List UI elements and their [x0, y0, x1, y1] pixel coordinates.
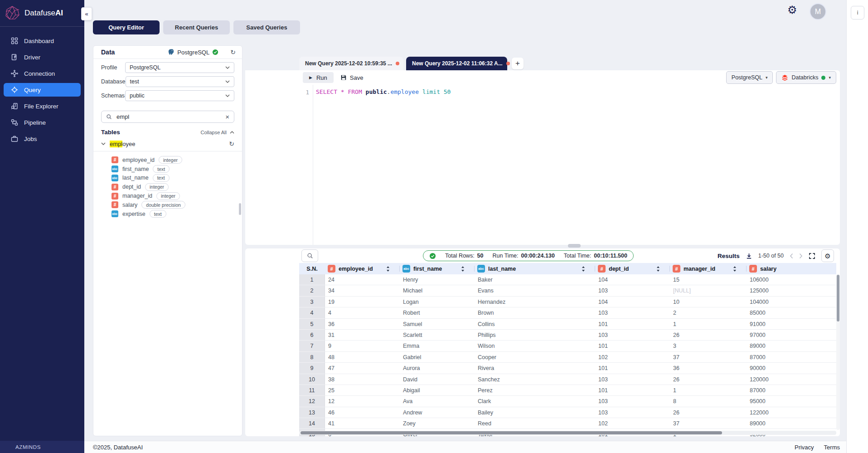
cell-manager-id: 26: [670, 330, 747, 341]
table-row[interactable]: 10 38 David Sanchez 103 26 120000: [299, 374, 836, 385]
database-select[interactable]: test: [126, 76, 234, 87]
sort-icon[interactable]: [656, 266, 660, 272]
column-header-cell[interactable]: # employee_id: [325, 263, 400, 274]
table-row[interactable]: 4 4 Robert Brown 103 2 85000: [299, 307, 836, 318]
dialect-select[interactable]: PostgreSQL ▾: [726, 71, 773, 84]
vertical-scrollbar-thumb[interactable]: [837, 275, 839, 321]
engine-select[interactable]: Databricks ▾: [776, 71, 836, 84]
table-employee[interactable]: employee ↻: [93, 140, 242, 151]
table-column-row[interactable]: abc first_name text: [112, 165, 242, 174]
sort-icon[interactable]: [461, 266, 465, 272]
column-header-cell[interactable]: abc first_name: [400, 263, 475, 274]
search-input[interactable]: [116, 113, 222, 121]
cell-first-name: David: [400, 374, 475, 385]
sql-editor[interactable]: 1 SELECT * FROM public.employee limit 50: [245, 85, 840, 245]
cell-last-name: Wilson: [475, 341, 595, 351]
table-row[interactable]: 13 46 Andrew Bailey 103 26 122000: [299, 407, 836, 418]
add-query-tab-button[interactable]: +: [512, 58, 524, 69]
table-row[interactable]: 1 24 Henry Baker 104 15 106000: [299, 274, 836, 285]
sidebar-item-file-explorer[interactable]: File Explorer: [4, 99, 81, 113]
info-button[interactable]: i: [851, 6, 864, 19]
table-row[interactable]: 14 41 Zoey Reed 102 37 89000: [299, 418, 836, 429]
chevron-down-icon: [225, 66, 230, 69]
tab-saved-queries[interactable]: Saved Queries: [233, 20, 300, 34]
table-row[interactable]: 5 36 Samuel Collins 101 1 91000: [299, 319, 836, 330]
sidebar-item-driver[interactable]: Driver: [4, 50, 81, 64]
logo-row: DatafuseAI: [0, 0, 84, 27]
panel-resize-handle[interactable]: [568, 244, 581, 248]
column-header-cell[interactable]: # salary: [747, 263, 836, 274]
next-page-icon[interactable]: [799, 253, 803, 259]
view-tabs: Query Editor Recent Queries Saved Querie…: [93, 20, 300, 34]
table-column-row[interactable]: abc last_name text: [112, 174, 242, 183]
cell-last-name: Phillips: [475, 330, 595, 341]
table-column-row[interactable]: # employee_id integer: [112, 156, 242, 165]
query-tab-1[interactable]: New Query 2025-12-02 10:59:35 ...: [299, 57, 403, 70]
sidebar-item-label: File Explorer: [24, 103, 58, 110]
tab-query-editor[interactable]: Query Editor: [93, 20, 160, 34]
query-tab-label: New Query 2025-12-02 11:06:32 A...: [412, 60, 503, 67]
table-column-row[interactable]: # salary double precision: [112, 200, 242, 209]
cell-last-name: Rivera: [475, 363, 595, 374]
save-button[interactable]: Save: [340, 74, 364, 81]
table-row[interactable]: 7 9 Emma Wilson 101 3 89000: [299, 341, 836, 351]
sort-icon[interactable]: [386, 266, 390, 272]
column-header-cell[interactable]: # manager_id: [670, 263, 747, 274]
sidebar-item-jobs[interactable]: Jobs: [4, 132, 81, 146]
horizontal-scrollbar-thumb[interactable]: [301, 431, 722, 434]
schemas-label: Schemas: [101, 93, 125, 99]
table-row[interactable]: 9 47 Aurora Rivera 101 36 90000: [299, 363, 836, 374]
sidebar-item-dashboard[interactable]: Dashboard: [4, 34, 81, 48]
clear-search-icon[interactable]: ×: [225, 113, 229, 120]
results-settings-button[interactable]: ⚙: [821, 249, 834, 262]
row-number-cell: 13: [299, 407, 325, 418]
table-row[interactable]: 8 48 Gabriel Cooper 102 37 87000: [299, 352, 836, 363]
table-row[interactable]: 3 19 Logan Hernandez 104 10 104000: [299, 297, 836, 307]
table-row[interactable]: 2 34 Michael Evans 103 [NULL] 125000: [299, 285, 836, 296]
run-button[interactable]: ▶ Run: [303, 72, 334, 83]
download-icon[interactable]: [746, 253, 752, 259]
cell-employee-id: 34: [325, 285, 400, 296]
prev-page-icon[interactable]: [790, 253, 793, 259]
table-column-row[interactable]: # manager_id integer: [112, 191, 242, 200]
privacy-link[interactable]: Privacy: [795, 444, 814, 451]
refresh-icon[interactable]: ↻: [230, 49, 236, 56]
results-search-button[interactable]: [301, 249, 318, 262]
success-check-icon: [429, 253, 436, 259]
fullscreen-icon[interactable]: [809, 253, 815, 259]
footer-links: Privacy Terms: [795, 444, 840, 451]
sort-icon[interactable]: [733, 266, 737, 272]
column-header-cell[interactable]: # dept_id: [595, 263, 670, 274]
run-time-stat: Run Time:00:00:24.130: [493, 253, 555, 259]
table-column-row[interactable]: # dept_id integer: [112, 182, 242, 191]
column-name: expertise: [122, 211, 145, 217]
sort-icon[interactable]: [582, 266, 585, 272]
tab-recent-queries[interactable]: Recent Queries: [163, 20, 230, 34]
table-column-row[interactable]: abc expertise text: [112, 209, 242, 219]
table-row[interactable]: 6 31 Scarlett Phillips 103 26 97000: [299, 330, 836, 341]
table-row[interactable]: 11 25 Abigail Perez 101 1 87000: [299, 385, 836, 396]
cell-dept-id: 103: [595, 285, 670, 296]
collapse-all-control[interactable]: Collapse All: [201, 130, 234, 135]
horizontal-scrollbar[interactable]: [299, 431, 836, 435]
sidebar-collapse-button[interactable]: «: [81, 7, 92, 20]
settings-gear-icon[interactable]: ⚙: [787, 5, 797, 15]
sidebar-item-pipeline[interactable]: Pipeline: [4, 116, 81, 129]
schemas-select[interactable]: public: [125, 90, 234, 101]
query-tab-2[interactable]: New Query 2025-12-02 11:06:32 A...: [406, 57, 507, 70]
data-panel-title: Data: [101, 49, 115, 56]
refresh-table-icon[interactable]: ↻: [229, 140, 234, 147]
avatar[interactable]: M: [810, 3, 826, 20]
vertical-scrollbar[interactable]: [836, 274, 840, 430]
table-row[interactable]: 12 12 Ava Clark 103 8 95000: [299, 396, 836, 407]
cell-employee-id: 24: [325, 274, 400, 285]
column-header-cell[interactable]: abc last_name: [475, 263, 595, 274]
profile-select[interactable]: PostgreSQL: [125, 62, 234, 73]
terms-link[interactable]: Terms: [824, 444, 840, 451]
data-panel-scrollbar[interactable]: [239, 203, 241, 215]
sidebar-item-query[interactable]: Query: [4, 83, 81, 97]
cell-salary: 85000: [747, 307, 836, 318]
schemas-value: public: [130, 93, 145, 99]
sidebar-item-connection[interactable]: Connection: [4, 67, 81, 80]
gutter-divider: [313, 85, 313, 245]
